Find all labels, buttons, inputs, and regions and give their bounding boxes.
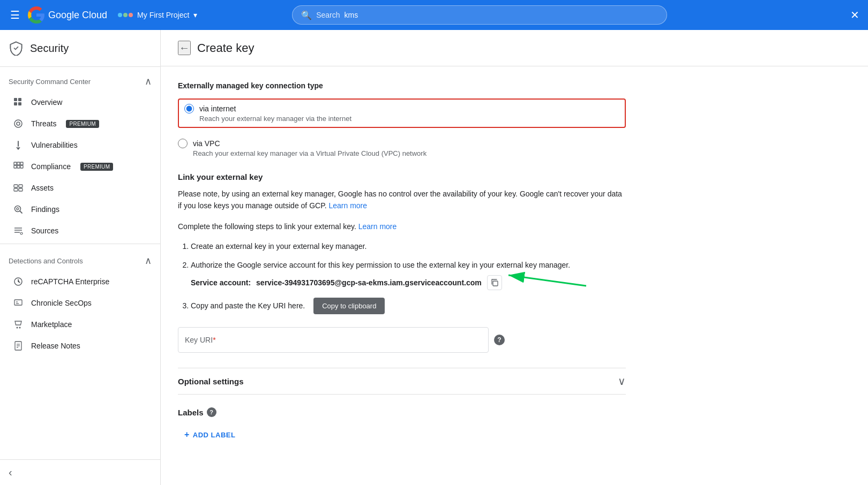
learn-more-link-1[interactable]: Learn more: [328, 201, 367, 210]
project-selector[interactable]: My First Project ▾: [118, 11, 197, 19]
compliance-badge: PREMIUM: [80, 163, 113, 171]
radio-option-internet: via internet Reach your external key man…: [178, 98, 626, 130]
back-arrow-icon: ←: [179, 42, 190, 54]
project-dots-icon: [118, 13, 133, 17]
sidebar-item-chronicle[interactable]: Chronicle SecOps: [0, 292, 156, 314]
logo-text: Google Cloud: [48, 10, 107, 21]
radio-vpc-desc: Reach your external key manager via a Vi…: [193, 149, 626, 157]
link-key-section: Link your external key Please note, by u…: [178, 172, 626, 444]
copy-to-clipboard-button[interactable]: Copy to clipboard: [313, 298, 385, 314]
add-label-label: ADD LABEL: [193, 431, 236, 439]
add-label-button[interactable]: + ADD LABEL: [178, 426, 242, 444]
section2-chevron-icon: ∧: [145, 255, 152, 267]
key-uri-input-container: Key URI*: [178, 327, 489, 353]
close-icon[interactable]: ✕: [850, 9, 859, 21]
step-2-text: Authorize the Google service account for…: [191, 261, 570, 269]
sidebar-title: Security: [30, 42, 69, 55]
service-account-value: service-394931703695@gcp-sa-ekms.iam.gse…: [256, 277, 482, 289]
sidebar: Security Security Command Center ∧ Overv…: [0, 30, 161, 485]
learn-more-link-2[interactable]: Learn more: [358, 222, 397, 231]
page-header: ← Create key: [161, 30, 868, 66]
steps-list: Create an external key in your external …: [178, 241, 626, 314]
sidebar-item-release-notes[interactable]: Release Notes: [0, 335, 156, 357]
marketplace-icon: [13, 319, 24, 330]
svg-rect-12: [14, 185, 18, 187]
radio-internet-row: via internet: [184, 104, 617, 113]
sidebar-item-marketplace[interactable]: Marketplace: [0, 314, 156, 335]
optional-settings-row[interactable]: Optional settings ∨: [178, 368, 626, 395]
marketplace-label: Marketplace: [31, 320, 72, 329]
section2-header[interactable]: Detections and Controls ∧: [0, 246, 160, 271]
svg-line-35: [508, 275, 586, 286]
sources-label: Sources: [31, 226, 58, 235]
step-3: Copy and paste the Key URI here. Copy to…: [191, 298, 626, 314]
svg-rect-10: [17, 165, 20, 168]
page-title: Create key: [197, 41, 254, 55]
menu-icon[interactable]: ☰: [9, 9, 21, 21]
key-uri-input[interactable]: [185, 336, 482, 344]
sidebar-item-overview[interactable]: Overview: [0, 92, 156, 113]
svg-point-22: [20, 232, 23, 234]
sidebar-item-findings[interactable]: Findings: [0, 199, 156, 220]
assets-icon: [13, 183, 24, 193]
svg-rect-2: [14, 102, 17, 105]
section1-chevron-icon: ∧: [145, 75, 152, 87]
search-bar[interactable]: 🔍 Search kms: [292, 5, 667, 25]
sidebar-item-assets[interactable]: Assets: [0, 177, 156, 199]
copy-service-account-button[interactable]: [487, 275, 502, 290]
step-1: Create an external key in your external …: [191, 241, 626, 252]
svg-rect-15: [19, 188, 23, 191]
findings-label: Findings: [31, 205, 59, 214]
sidebar-item-recaptcha[interactable]: reCAPTCHA Enterprise: [0, 271, 156, 292]
radio-vpc-row: via VPC: [178, 139, 626, 148]
radio-vpc[interactable]: [178, 139, 188, 148]
release-notes-label: Release Notes: [31, 342, 80, 350]
content-area: Externally managed key connection type v…: [161, 66, 643, 459]
svg-rect-11: [20, 165, 23, 168]
sidebar-divider-1: [0, 244, 160, 244]
section1-title: Security Command Center: [9, 78, 91, 86]
section1-header[interactable]: Security Command Center ∧: [0, 67, 160, 92]
link-key-desc2-text: Complete the following steps to link you…: [178, 222, 358, 231]
chronicle-icon: [13, 298, 24, 308]
radio-internet-desc: Reach your external key manager via the …: [199, 115, 617, 123]
step-3-text: Copy and paste the Key URI here.: [191, 300, 305, 312]
threats-badge: PREMIUM: [66, 120, 99, 128]
topbar: ☰ Google Cloud My First Project ▾ 🔍 Sear…: [0, 0, 868, 30]
key-uri-help-icon[interactable]: ?: [494, 335, 505, 345]
svg-rect-3: [18, 102, 21, 105]
svg-rect-7: [17, 162, 20, 165]
svg-rect-8: [20, 162, 23, 165]
key-uri-section: Key URI* ?: [178, 327, 626, 353]
sidebar-header: Security: [0, 30, 160, 67]
main-content: ← Create key Externally managed key conn…: [161, 30, 868, 485]
sidebar-item-vulnerabilities[interactable]: Vulnerabilities: [0, 134, 156, 156]
compliance-label: Compliance: [31, 162, 71, 171]
sidebar-item-sources[interactable]: Sources: [0, 220, 156, 241]
search-icon: 🔍: [301, 10, 312, 20]
sidebar-item-compliance[interactable]: Compliance PREMIUM: [0, 156, 156, 177]
sidebar-collapse-button[interactable]: ‹: [0, 459, 160, 485]
optional-settings-label: Optional settings: [178, 377, 244, 386]
green-arrow-annotation: [503, 270, 589, 297]
svg-rect-1: [18, 98, 21, 101]
svg-point-18: [17, 208, 19, 210]
compliance-icon: [13, 161, 24, 172]
svg-rect-6: [14, 162, 17, 165]
sidebar-item-threats[interactable]: Threats PREMIUM: [0, 113, 156, 134]
radio-internet[interactable]: [184, 104, 194, 113]
svg-rect-33: [493, 281, 498, 286]
vulnerabilities-label: Vulnerabilities: [31, 141, 78, 149]
layout: Security Security Command Center ∧ Overv…: [0, 0, 868, 485]
back-button[interactable]: ←: [178, 41, 191, 55]
labels-title: Labels ?: [178, 407, 626, 417]
svg-rect-0: [14, 98, 17, 101]
sources-icon: [13, 225, 24, 236]
svg-rect-24: [14, 300, 22, 305]
security-shield-icon: [9, 41, 24, 56]
link-key-desc1-text: Please note, by using an external key ma…: [178, 190, 622, 210]
svg-point-27: [17, 327, 18, 329]
section2-title: Detections and Controls: [9, 257, 83, 265]
labels-help-icon[interactable]: ?: [207, 407, 216, 417]
chronicle-label: Chronicle SecOps: [31, 299, 92, 307]
